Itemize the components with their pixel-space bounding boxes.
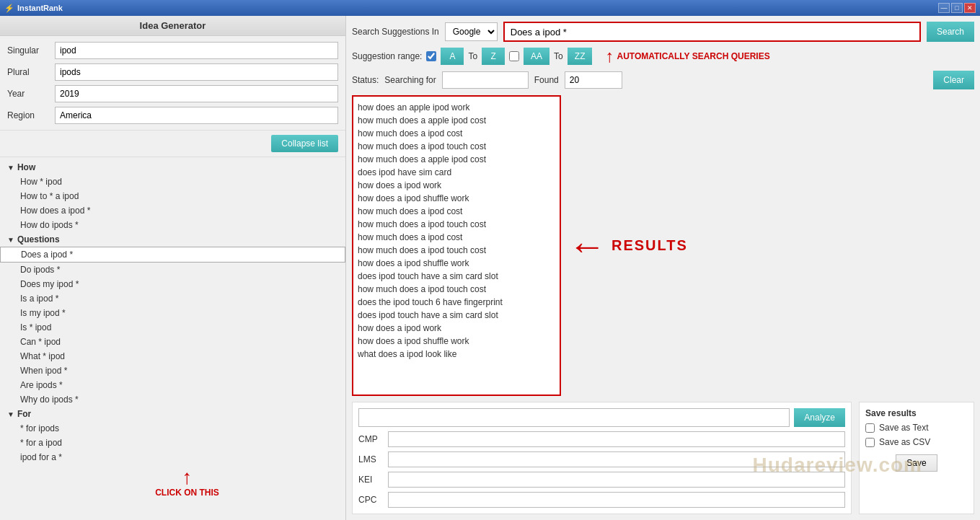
save-button[interactable]: Save bbox=[896, 454, 937, 472]
status-row: Status: Searching for Found Clear bbox=[352, 71, 974, 89]
range-to-1: To bbox=[468, 51, 477, 61]
questions-arrow-icon: ▼ bbox=[7, 236, 14, 244]
tree-group-questions[interactable]: ▼ Questions bbox=[0, 232, 345, 247]
main-container: Idea Generator Singular Plural Year Regi… bbox=[0, 16, 980, 520]
year-input[interactable] bbox=[55, 85, 338, 102]
auto-search-arrow-icon: ↑ bbox=[605, 48, 614, 65]
maximize-btn[interactable]: □ bbox=[951, 3, 963, 13]
list-item[interactable]: Are ipods * bbox=[0, 378, 345, 392]
result-item: how does a ipod work bbox=[358, 322, 555, 335]
list-item[interactable]: Is * ipod bbox=[0, 320, 345, 335]
analyze-section: Analyze CMP LMS KEI CPC bbox=[352, 402, 852, 514]
list-item[interactable]: Is a ipod * bbox=[0, 291, 345, 306]
result-item: how much does a ipod touch cost bbox=[358, 140, 555, 153]
save-as-text-checkbox[interactable] bbox=[865, 423, 875, 433]
region-input[interactable] bbox=[55, 107, 338, 124]
results-annotation-text: RESULTS bbox=[612, 237, 688, 254]
window-controls[interactable]: — □ ✕ bbox=[938, 3, 976, 13]
title-bar: ⚡ InstantRank — □ ✕ bbox=[0, 0, 980, 16]
list-item[interactable]: How do ipods * bbox=[0, 218, 345, 232]
list-item[interactable]: * for a ipod bbox=[0, 436, 345, 450]
left-panel: Idea Generator Singular Plural Year Regi… bbox=[0, 16, 346, 520]
result-item: how does a ipod shuffle work bbox=[358, 257, 555, 270]
list-item[interactable]: Do ipods * bbox=[0, 263, 345, 277]
range-zz-button[interactable]: ZZ bbox=[568, 48, 593, 65]
search-button[interactable]: Search bbox=[927, 22, 974, 42]
minimize-btn[interactable]: — bbox=[938, 3, 950, 13]
range-z-button[interactable]: Z bbox=[482, 48, 505, 65]
search-engine-select[interactable]: Google Bing Yahoo bbox=[445, 22, 498, 41]
search-row: Search Suggestions In Google Bing Yahoo … bbox=[352, 22, 974, 42]
list-item[interactable]: What * ipod bbox=[0, 349, 345, 363]
tree-group-for[interactable]: ▼ For bbox=[0, 407, 345, 421]
save-as-text-option[interactable]: Save as Text bbox=[865, 423, 968, 433]
found-input[interactable] bbox=[565, 71, 622, 89]
list-item[interactable]: Is my ipod * bbox=[0, 306, 345, 320]
analyze-url-input[interactable] bbox=[358, 408, 790, 427]
search-query-input[interactable] bbox=[503, 22, 921, 42]
result-item: how does a ipod shuffle work bbox=[358, 192, 555, 205]
app-icon: ⚡ bbox=[4, 4, 14, 13]
list-item[interactable]: How * ipod bbox=[0, 175, 345, 189]
result-item: how does an apple ipod work bbox=[358, 101, 555, 114]
range-aa-button[interactable]: AA bbox=[524, 48, 549, 65]
list-item[interactable]: How to * a ipod bbox=[0, 189, 345, 203]
list-item[interactable]: ipod for a * bbox=[0, 450, 345, 464]
close-btn[interactable]: ✕ bbox=[964, 3, 976, 13]
found-label: Found bbox=[534, 75, 559, 85]
clear-button[interactable]: Clear bbox=[933, 71, 974, 89]
cpc-row: CPC bbox=[358, 492, 845, 508]
suggestion-range-label: Suggestion range: bbox=[352, 51, 422, 61]
how-group-label: How bbox=[17, 162, 35, 172]
range-az-checkbox[interactable] bbox=[426, 51, 436, 61]
list-item[interactable]: Why do ipods * bbox=[0, 392, 345, 407]
result-item: how does a ipod shuffle work bbox=[358, 335, 555, 348]
bottom-section: Analyze CMP LMS KEI CPC bbox=[352, 402, 974, 514]
year-label: Year bbox=[7, 89, 50, 99]
cpc-input[interactable] bbox=[388, 492, 845, 508]
singular-input[interactable] bbox=[55, 42, 338, 59]
list-item[interactable]: How does a ipod * bbox=[0, 203, 345, 218]
list-item[interactable]: Can * ipod bbox=[0, 335, 345, 349]
result-item: how much does a ipod touch cost bbox=[358, 218, 555, 231]
kei-input[interactable] bbox=[388, 472, 845, 488]
region-label: Region bbox=[7, 110, 50, 120]
for-group-label: For bbox=[17, 409, 31, 419]
analyze-button[interactable]: Analyze bbox=[794, 408, 845, 427]
searching-for-input[interactable] bbox=[442, 71, 529, 89]
app-title: InstantRank bbox=[17, 4, 63, 12]
range-a-button[interactable]: A bbox=[441, 48, 464, 65]
collapse-btn-row: Collapse list bbox=[0, 131, 345, 157]
result-item: does the ipod touch 6 have fingerprint bbox=[358, 296, 555, 309]
does-a-ipod-item[interactable]: Does a ipod * bbox=[0, 247, 345, 263]
auto-search-annotation-text: AUTOMATICALLY SEARCH QUERIES bbox=[617, 51, 769, 61]
save-as-csv-option[interactable]: Save as CSV bbox=[865, 437, 968, 447]
tree-group-how[interactable]: ▼ How bbox=[0, 160, 345, 175]
lms-input[interactable] bbox=[388, 451, 845, 467]
searching-for-label: Searching for bbox=[384, 75, 436, 85]
list-item[interactable]: Does my ipod * bbox=[0, 277, 345, 291]
search-suggestions-label: Search Suggestions In bbox=[352, 27, 439, 37]
range-aazz-checkbox[interactable] bbox=[509, 51, 519, 61]
list-item[interactable]: When ipod * bbox=[0, 363, 345, 378]
result-item: how much does a ipod cost bbox=[358, 205, 555, 218]
cmp-input[interactable] bbox=[388, 431, 845, 447]
save-as-csv-checkbox[interactable] bbox=[865, 438, 875, 447]
list-item[interactable]: * for ipods bbox=[0, 421, 345, 436]
form-grid: Singular Plural Year Region bbox=[0, 36, 345, 131]
tree-container: ▼ How How * ipod How to * a ipod How doe… bbox=[0, 157, 345, 520]
save-section: Save results Save as Text Save as CSV Sa… bbox=[859, 402, 974, 514]
result-item: what does a ipod look like bbox=[358, 348, 555, 361]
plural-input[interactable] bbox=[55, 63, 338, 81]
analyze-top-row: Analyze bbox=[358, 408, 845, 427]
range-to-2: To bbox=[554, 51, 563, 61]
kei-label: KEI bbox=[358, 475, 384, 485]
plural-label: Plural bbox=[7, 67, 50, 77]
questions-group-label: Questions bbox=[17, 234, 60, 244]
panel-header: Idea Generator bbox=[0, 16, 345, 36]
collapse-list-button[interactable]: Collapse list bbox=[271, 135, 338, 152]
save-as-text-label: Save as Text bbox=[879, 423, 928, 433]
results-box[interactable]: how does an apple ipod work how much doe… bbox=[352, 95, 561, 396]
right-panel: Search Suggestions In Google Bing Yahoo … bbox=[346, 16, 980, 520]
for-arrow-icon: ▼ bbox=[7, 410, 14, 418]
